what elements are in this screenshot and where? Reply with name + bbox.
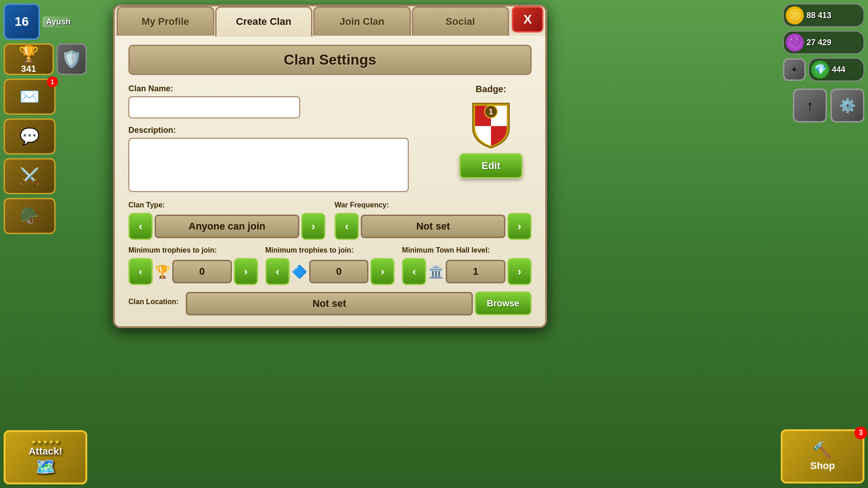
- min-trophies-war-next-button[interactable]: ›: [370, 258, 395, 285]
- description-input[interactable]: [128, 138, 409, 192]
- badge-section: Badge: 1: [450, 84, 532, 194]
- plus-icon: +: [792, 64, 797, 75]
- league-icon: 🔷: [292, 264, 307, 279]
- elixir-icon: 💜: [786, 33, 804, 52]
- min-trophies-value: 0: [172, 260, 232, 283]
- war-freq-prev-button[interactable]: ‹: [335, 213, 359, 240]
- war-frequency-section: War Frequency: ‹ Not set ›: [335, 201, 532, 240]
- trophies-left-icon: ‹: [139, 265, 142, 278]
- left-sidebar: 16 Ayush 🏆 341 🛡️ ✉️ 1 💬 ⚔️ 🪖 ★★★★★ Atta…: [0, 0, 90, 488]
- badge-label: Badge:: [476, 84, 506, 94]
- trophies-war-left-icon: ‹: [276, 265, 279, 278]
- war-freq-next-button[interactable]: ›: [507, 213, 532, 240]
- war-right-arrow-icon: ›: [518, 220, 521, 233]
- builder-button[interactable]: 🪖: [4, 198, 56, 234]
- min-trophies-prev-button[interactable]: ‹: [128, 258, 153, 285]
- chat-icon: 💬: [19, 127, 40, 146]
- trophies-townhall-row: Minimum trophies to join: ‹ 🏆 0 › Minimu…: [128, 246, 532, 285]
- min-trophies-war-section: Minimum trophies to join: ‹ 🔷 0 ›: [265, 246, 395, 285]
- mail-notification-badge: 1: [47, 76, 58, 87]
- min-townhall-prev-button[interactable]: ‹: [402, 258, 426, 285]
- tabs-container: My Profile Create Clan Join Clan Social …: [115, 6, 545, 36]
- min-trophies-war-prev-button[interactable]: ‹: [265, 258, 290, 285]
- battle-button[interactable]: ⚔️: [4, 158, 56, 194]
- right-sidebar: 🪙 88 413 💜 27 429 + 💎 444 ↑ ⚙️ 🔨 Shop 3: [778, 0, 868, 488]
- location-selector: Not set Browse: [186, 291, 532, 315]
- attack-label: Attack!: [28, 446, 62, 457]
- gold-value: 88 413: [807, 11, 831, 20]
- gold-resource-bar: 🪙 88 413: [783, 4, 864, 27]
- form-top-row: Clan Name: Description: Badge:: [128, 84, 532, 194]
- settings-button[interactable]: ⚙️: [830, 89, 864, 122]
- clan-name-input[interactable]: [128, 96, 300, 118]
- player-name: Ayush: [42, 16, 74, 28]
- min-townhall-next-button[interactable]: ›: [507, 258, 532, 285]
- tab-social-label: Social: [446, 16, 475, 27]
- close-button[interactable]: X: [512, 6, 543, 33]
- map-icon: 🗺️: [35, 457, 56, 476]
- trophies-war-right-icon: ›: [381, 265, 384, 278]
- shop-button[interactable]: 🔨 Shop 3: [781, 429, 864, 483]
- mail-icon: ✉️: [19, 87, 40, 106]
- clan-type-next-button[interactable]: ›: [301, 213, 326, 240]
- chat-button[interactable]: 💬: [4, 118, 56, 155]
- close-icon: X: [524, 12, 532, 27]
- badge-svg: 1: [468, 99, 514, 149]
- share-button[interactable]: ↑: [793, 89, 827, 122]
- min-trophies-next-button[interactable]: ›: [234, 258, 258, 285]
- clan-settings-dialog: My Profile Create Clan Join Clan Social …: [113, 5, 547, 328]
- gems-resource-bar: 💎 444: [808, 58, 864, 81]
- clan-type-section: Clan Type: ‹ Anyone can join ›: [128, 201, 326, 240]
- min-townhall-label: Minimum Town Hall level:: [402, 246, 532, 254]
- trophies-right-icon: ›: [244, 265, 248, 278]
- gems-value: 444: [832, 65, 845, 75]
- elixir-resource-bar: 💜 27 429: [783, 31, 864, 54]
- add-gems-button[interactable]: +: [783, 58, 806, 81]
- attack-stars: ★★★★★: [31, 438, 60, 446]
- tab-create-clan-label: Create Clan: [236, 16, 291, 27]
- gem-icon: 💎: [811, 61, 829, 79]
- clan-type-value: Anyone can join: [155, 215, 299, 238]
- edit-badge-button[interactable]: Edit: [459, 153, 523, 178]
- player-badge: 16 Ayush: [4, 4, 87, 40]
- min-trophies-selector: ‹ 🏆 0 ›: [128, 258, 258, 285]
- dialog-title: Clan Settings: [128, 45, 532, 75]
- tab-join-clan[interactable]: Join Clan: [313, 6, 411, 36]
- tab-create-clan[interactable]: Create Clan: [215, 6, 313, 37]
- clan-badge: 1: [468, 99, 514, 149]
- trophy-icon: 🏆: [19, 45, 39, 64]
- tab-my-profile[interactable]: My Profile: [117, 6, 214, 36]
- shield-defense-button[interactable]: 🛡️: [57, 43, 87, 75]
- war-left-arrow-icon: ‹: [345, 220, 349, 233]
- gold-icon: 🪙: [786, 6, 804, 24]
- townhall-left-icon: ‹: [412, 265, 416, 278]
- browse-button[interactable]: Browse: [475, 291, 532, 315]
- min-townhall-section: Minimum Town Hall level: ‹ 🏛️ 1 ›: [402, 246, 532, 285]
- trophy-count: 341: [21, 64, 36, 74]
- shop-notification-badge: 3: [854, 427, 867, 439]
- location-row: Clan Location: Not set Browse: [128, 291, 532, 315]
- description-label: Description:: [128, 126, 437, 135]
- war-freq-label: War Frequency:: [335, 201, 532, 209]
- share-icon: ↑: [807, 98, 813, 113]
- war-freq-selector: ‹ Not set ›: [335, 213, 532, 240]
- clan-location-label: Clan Location:: [128, 298, 179, 306]
- clan-type-prev-button[interactable]: ‹: [128, 213, 153, 240]
- clan-type-label: Clan Type:: [128, 201, 326, 209]
- trophy-button[interactable]: 🏆 341: [4, 43, 54, 75]
- elixir-value: 27 429: [807, 38, 831, 47]
- shop-icon: 🔨: [812, 441, 833, 460]
- clan-name-label: Clan Name:: [128, 84, 437, 94]
- tab-join-clan-label: Join Clan: [340, 16, 384, 27]
- min-townhall-value: 1: [446, 260, 505, 283]
- tab-social[interactable]: Social: [412, 6, 509, 36]
- shield-icon: 🛡️: [61, 50, 82, 69]
- left-arrow-icon: ‹: [139, 220, 142, 233]
- townhall-right-icon: ›: [518, 265, 521, 278]
- min-trophies-war-selector: ‹ 🔷 0 ›: [265, 258, 395, 285]
- attack-button[interactable]: ★★★★★ Attack! 🗺️: [4, 430, 87, 484]
- min-trophies-war-value: 0: [309, 260, 369, 283]
- type-freq-row: Clan Type: ‹ Anyone can join › War Frequ…: [128, 201, 532, 240]
- tab-my-profile-label: My Profile: [142, 16, 189, 27]
- player-level-badge: 16: [4, 4, 40, 40]
